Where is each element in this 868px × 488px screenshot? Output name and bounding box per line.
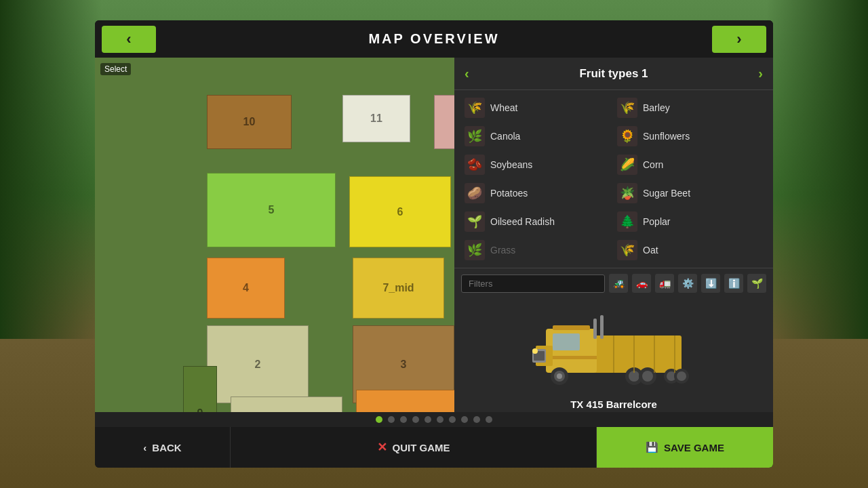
fruit-name: Grass — [490, 245, 515, 256]
parcel-5[interactable]: 5 — [207, 173, 336, 247]
fruit-item-oat[interactable]: 🌾 Oat — [614, 236, 766, 264]
fruit-name: Soybeans — [490, 159, 532, 170]
fruit-name: Poplar — [643, 216, 670, 227]
fruit-icon: 🌿 — [465, 126, 485, 146]
parcel-7[interactable]: 7 — [231, 396, 342, 412]
quit-button[interactable]: ✕ QUIT GAME — [231, 427, 597, 468]
fruit-icon: 🫘 — [465, 155, 485, 175]
save-button[interactable]: 💾 SAVE GAME — [597, 427, 773, 468]
fruit-icon: 🥔 — [465, 183, 485, 203]
fruit-prev-button[interactable]: ‹ — [465, 66, 469, 81]
fruit-name: Potatoes — [490, 188, 528, 199]
filters-bar: 🚜 🚗 🚛 ⚙️ ⬇️ ℹ️ 🌱 — [454, 268, 773, 298]
filter-icon-info[interactable]: ℹ️ — [724, 274, 743, 293]
fruit-item-grass[interactable]: 🌿 Grass — [461, 236, 614, 264]
parcel-9[interactable]: 9 — [183, 366, 217, 412]
bottom-bar: ‹ BACK ✕ QUIT GAME 💾 SAVE GAME — [95, 427, 773, 468]
main-window: ‹ MAP OVERVIEW › Select 101114561347_mid… — [95, 20, 773, 468]
title-bar: ‹ MAP OVERVIEW › — [95, 20, 773, 58]
fruit-icon: 🌾 — [617, 98, 637, 118]
fruit-item-wheat[interactable]: 🌾 Wheat — [461, 94, 614, 122]
fruit-name: Sunflowers — [643, 131, 690, 142]
fruit-name: Oat — [643, 245, 658, 256]
content-area: Select 101114561347_mid14b2315978 ‹ Frui… — [95, 58, 773, 412]
fruit-icon: 🌻 — [617, 126, 637, 146]
fruit-name: Canola — [490, 131, 520, 142]
fruit-item-barley[interactable]: 🌾 Barley — [614, 94, 766, 122]
filters-input[interactable] — [461, 274, 605, 293]
fruit-icon: 🪴 — [617, 183, 637, 203]
fruit-icon: 🌽 — [617, 155, 637, 175]
fruit-name: Oilseed Radish — [490, 216, 555, 227]
fruit-item-sunflowers[interactable]: 🌻 Sunflowers — [614, 122, 766, 150]
next-nav-button[interactable]: › — [712, 26, 766, 53]
quit-x-icon: ✕ — [377, 440, 387, 455]
fruit-item-canola[interactable]: 🌿 Canola — [461, 122, 614, 150]
window-title: MAP OVERVIEW — [368, 31, 499, 47]
filter-icon-gear[interactable]: ⚙️ — [678, 274, 697, 293]
svg-rect-7 — [593, 319, 597, 339]
fruit-types-title: Fruit types 1 — [579, 67, 648, 81]
svg-rect-8 — [600, 315, 604, 339]
svg-point-15 — [642, 371, 653, 382]
fruit-item-potatoes[interactable]: 🥔 Potatoes — [461, 179, 614, 207]
fruit-item-soybeans[interactable]: 🫘 Soybeans — [461, 150, 614, 179]
vehicle-name: TX 415 Barrelcore — [570, 399, 657, 410]
dot-4[interactable] — [425, 416, 431, 423]
dot-3[interactable] — [412, 416, 419, 423]
parcel-14[interactable]: 14 — [434, 95, 454, 149]
svg-point-20 — [532, 348, 538, 354]
svg-point-11 — [557, 373, 562, 379]
map-select-label: Select — [100, 63, 131, 75]
parcel-7_mid[interactable]: 7_mid — [353, 258, 444, 319]
svg-rect-2 — [553, 333, 580, 350]
fruit-icon: 🌲 — [617, 211, 637, 232]
fruit-name: Corn — [643, 159, 663, 170]
filter-icon-truck[interactable]: 🚛 — [655, 274, 674, 293]
fruit-next-button[interactable]: › — [758, 66, 763, 81]
dot-9[interactable] — [486, 416, 492, 423]
vehicle-svg — [526, 305, 702, 393]
fruit-grid: 🌾 Wheat 🌾 Barley 🌿 Canola 🌻 Sunflowers 🫘… — [454, 90, 773, 268]
svg-rect-0 — [593, 336, 682, 373]
dots-bar — [95, 412, 773, 427]
fruit-name: Barley — [643, 102, 670, 113]
fruit-icon: 🌿 — [465, 240, 485, 260]
vehicle-image — [526, 305, 702, 393]
svg-point-19 — [677, 371, 686, 381]
fruit-icon: 🌾 — [465, 98, 485, 118]
svg-rect-3 — [546, 356, 597, 359]
save-icon: 💾 — [646, 441, 658, 453]
parcel-11[interactable]: 11 — [342, 95, 410, 142]
dot-2[interactable] — [400, 416, 407, 423]
parcel-4[interactable]: 4 — [207, 258, 285, 319]
fruit-icon: 🌱 — [465, 211, 485, 232]
svg-rect-21 — [553, 325, 590, 330]
back-button[interactable]: ‹ BACK — [95, 427, 231, 468]
parcel-10[interactable]: 10 — [207, 95, 292, 149]
fruit-types-header: ‹ Fruit types 1 › — [454, 58, 773, 90]
fruit-name: Sugar Beet — [643, 188, 690, 199]
dot-8[interactable] — [473, 416, 480, 423]
prev-nav-button[interactable]: ‹ — [102, 26, 156, 53]
fruit-item-sugar-beet[interactable]: 🪴 Sugar Beet — [614, 179, 766, 207]
vehicle-showcase: TX 415 Barrelcore — [454, 298, 773, 412]
dot-6[interactable] — [449, 416, 456, 423]
dot-7[interactable] — [461, 416, 468, 423]
filter-icon-download[interactable]: ⬇️ — [701, 274, 720, 293]
right-panel: ‹ Fruit types 1 › 🌾 Wheat 🌾 Barley 🌿 C — [454, 58, 773, 412]
parcel-6[interactable]: 6 — [349, 176, 451, 247]
dot-5[interactable] — [437, 416, 443, 423]
dot-1[interactable] — [388, 416, 395, 423]
parcel-2[interactable]: 2 — [207, 325, 309, 403]
fruit-item-oilseed-radish[interactable]: 🌱 Oilseed Radish — [461, 207, 614, 236]
filter-icon-tractor[interactable]: 🚜 — [609, 274, 628, 293]
parcel-8[interactable]: 8 — [356, 390, 454, 412]
dot-0[interactable] — [376, 416, 382, 423]
fruit-item-poplar[interactable]: 🌲 Poplar — [614, 207, 766, 236]
fruit-icon: 🌾 — [617, 240, 637, 260]
fruit-item-corn[interactable]: 🌽 Corn — [614, 150, 766, 179]
filter-icon-vehicle[interactable]: 🚗 — [632, 274, 651, 293]
filter-icon-plant[interactable]: 🌱 — [747, 274, 766, 293]
map-section: Select 101114561347_mid14b2315978 — [95, 58, 454, 412]
